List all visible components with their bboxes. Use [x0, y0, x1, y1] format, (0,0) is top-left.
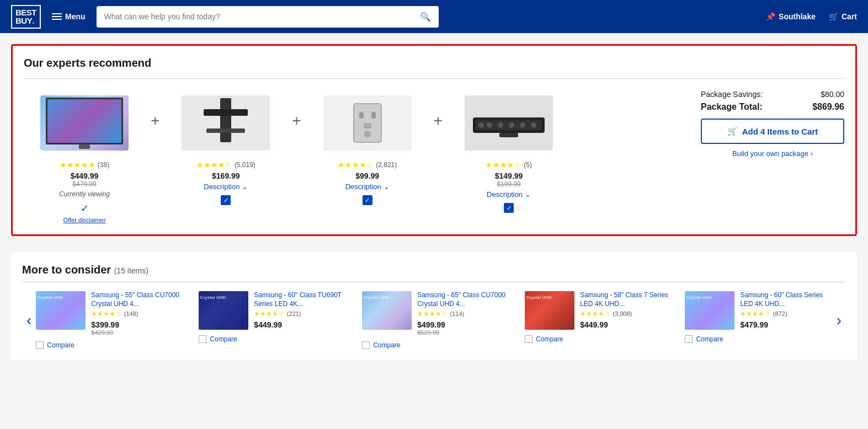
mount-image[interactable]	[182, 95, 270, 151]
tv-image-area	[35, 90, 134, 156]
search-input[interactable]	[97, 7, 412, 26]
logo-dot: .	[32, 16, 34, 25]
carousel-next-button[interactable]: ›	[832, 312, 846, 329]
bundle-summary: Package Savings: $80.00 Package Total: $…	[690, 90, 844, 158]
soundbar-stars-row: ★★★★☆ (5)	[486, 160, 532, 169]
more-title: More to consider (15 items)	[22, 264, 846, 276]
experts-products: ★★★★★ (38) $449.99 $479.99 Currently vie…	[24, 90, 844, 223]
compare-label-1[interactable]: Compare	[210, 335, 237, 343]
tv-original-price: $479.99	[72, 180, 96, 188]
more-item-count: (15 items)	[114, 266, 148, 275]
compare-label-4[interactable]: Compare	[696, 335, 723, 343]
more-divider	[22, 282, 846, 282]
outlet-checkbox[interactable]: ✓	[363, 195, 372, 205]
soundbar-description-link[interactable]: Description ⌄	[487, 190, 531, 199]
logo[interactable]: BEST BUY.	[11, 5, 41, 29]
compare-checkbox-3[interactable]	[525, 335, 532, 343]
compare-label-3[interactable]: Compare	[536, 335, 563, 343]
carousel-item-4-name[interactable]: Samsung - 60" Class Series LED 4K UHD...	[740, 291, 832, 308]
carousel-stars-0: ★★★★☆ (148)	[91, 308, 190, 318]
hamburger-icon	[52, 13, 62, 20]
carousel-price-0: $399.99	[91, 320, 190, 329]
svg-point-12	[498, 122, 503, 128]
svg-rect-0	[220, 98, 231, 142]
experts-title: Our experts recommend	[24, 57, 844, 69]
build-package-link[interactable]: Build your own package ›	[701, 149, 844, 158]
mount-description-link[interactable]: Description ⌄	[204, 183, 248, 191]
outlet-description-link[interactable]: Description ⌄	[345, 183, 390, 191]
outlet-svg	[348, 98, 387, 148]
compare-checkbox-0[interactable]	[36, 341, 44, 349]
package-total-label: Package Total:	[701, 102, 763, 112]
logo-text-line1: BEST	[15, 8, 36, 17]
carousel-item-0-name[interactable]: Samsung - 55" Class CU7000 Crystal UHD 4…	[91, 291, 190, 308]
carousel-item-4: Crystal UHD Samsung - 60" Class Series L…	[685, 291, 832, 349]
menu-button[interactable]: Menu	[52, 12, 86, 21]
bundle-product-mount: ★★★★☆ (5,019) $169.99 Description ⌄ ✓	[165, 90, 286, 205]
carousel-item-3-name[interactable]: Samsung - 58" Class 7 Series LED 4K UHD.…	[580, 291, 676, 308]
carousel-thumb-2[interactable]: Crystal UHD	[362, 291, 412, 330]
carousel-thumb-1[interactable]: Crystal UHD	[199, 291, 248, 330]
store-icon: 📌	[766, 12, 775, 21]
soundbar-description-label: Description	[487, 190, 523, 199]
compare-checkbox-4[interactable]	[685, 335, 693, 343]
plus-separator-3: +	[428, 112, 448, 130]
add-to-cart-button[interactable]: 🛒 Add 4 Items to Cart	[701, 119, 844, 144]
soundbar-image[interactable]	[465, 95, 553, 151]
package-total-value: $869.96	[812, 102, 844, 112]
cart-icon: 🛒	[829, 12, 838, 21]
header: BEST BUY. Menu 🔍 📌 Southlake 🛒 Cart	[0, 0, 868, 33]
outlet-image[interactable]	[323, 95, 412, 151]
carousel-item-0-top: Crystal UHD Samsung - 55" Class CU7000 C…	[36, 291, 190, 336]
compare-label-2[interactable]: Compare	[373, 341, 400, 349]
tv-stand	[79, 144, 90, 149]
outlet-price: $99.99	[355, 171, 379, 180]
carousel-item-1-name[interactable]: Samsung - 60" Class TU690T Series LED 4K…	[254, 291, 353, 308]
offer-disclaimer-link[interactable]: Offer disclaimer	[63, 217, 106, 223]
package-total-row: Package Total: $869.96	[701, 102, 844, 112]
carousel-item-3-top: Crystal UHD Samsung - 58" Class 7 Series…	[525, 291, 676, 330]
outlet-review-count: (2,821)	[376, 161, 397, 169]
svg-rect-16	[499, 133, 518, 137]
cart-link[interactable]: 🛒 Cart	[829, 12, 857, 21]
experts-divider	[24, 78, 844, 79]
search-bar: 🔍	[97, 6, 439, 28]
tv-checkmark-icon: ✓	[81, 202, 89, 214]
carousel-thumb-0[interactable]: Crystal UHD	[36, 291, 86, 330]
mount-stars-row: ★★★★☆ (5,019)	[196, 160, 255, 169]
compare-label-0[interactable]: Compare	[47, 341, 74, 349]
add-to-cart-label: Add 4 Items to Cart	[742, 127, 818, 136]
soundbar-review-count: (5)	[524, 161, 532, 169]
svg-point-11	[487, 122, 492, 128]
tv-stars-icon: ★★★★★	[60, 160, 95, 169]
mount-description-label: Description	[204, 183, 239, 191]
mount-checkbox[interactable]: ✓	[221, 195, 231, 205]
svg-point-13	[509, 122, 514, 128]
soundbar-svg	[473, 104, 545, 142]
compare-checkbox-2[interactable]	[362, 341, 370, 349]
currently-viewing-label: Currently viewing	[59, 190, 110, 198]
carousel-thumb-4[interactable]: Crystal UHD	[685, 291, 734, 330]
store-link[interactable]: 📌 Southlake	[766, 12, 816, 21]
carousel-item-4-top: Crystal UHD Samsung - 60" Class Series L…	[685, 291, 832, 330]
carousel-item-1-info: Samsung - 60" Class TU690T Series LED 4K…	[254, 291, 353, 330]
outlet-stars-row: ★★★★☆ (2,821)	[338, 160, 397, 169]
carousel-stars-3: ★★★★☆ (3,008)	[580, 308, 676, 318]
carousel-items: Crystal UHD Samsung - 55" Class CU7000 C…	[36, 291, 832, 349]
tv-image[interactable]	[40, 95, 129, 151]
tv-screen	[46, 98, 123, 144]
carousel-prev-button[interactable]: ‹	[22, 312, 36, 329]
carousel-item-4-info: Samsung - 60" Class Series LED 4K UHD...…	[740, 291, 832, 330]
menu-label: Menu	[65, 12, 86, 21]
store-label: Southlake	[779, 12, 816, 21]
cart-label: Cart	[842, 12, 857, 21]
carousel-item-2-name[interactable]: Samsung - 65" Class CU7000 Crystal UHD 4…	[417, 291, 516, 308]
compare-row-4: Compare	[685, 335, 832, 343]
compare-checkbox-1[interactable]	[199, 335, 206, 343]
tv-stars-row: ★★★★★ (38)	[60, 160, 109, 169]
soundbar-checkbox[interactable]: ✓	[504, 203, 514, 213]
search-button[interactable]: 🔍	[412, 6, 439, 28]
carousel-item-1: Crystal UHD Samsung - 60" Class TU690T S…	[199, 291, 353, 349]
carousel-thumb-3[interactable]: Crystal UHD	[525, 291, 574, 330]
package-savings-row: Package Savings: $80.00	[701, 90, 844, 99]
